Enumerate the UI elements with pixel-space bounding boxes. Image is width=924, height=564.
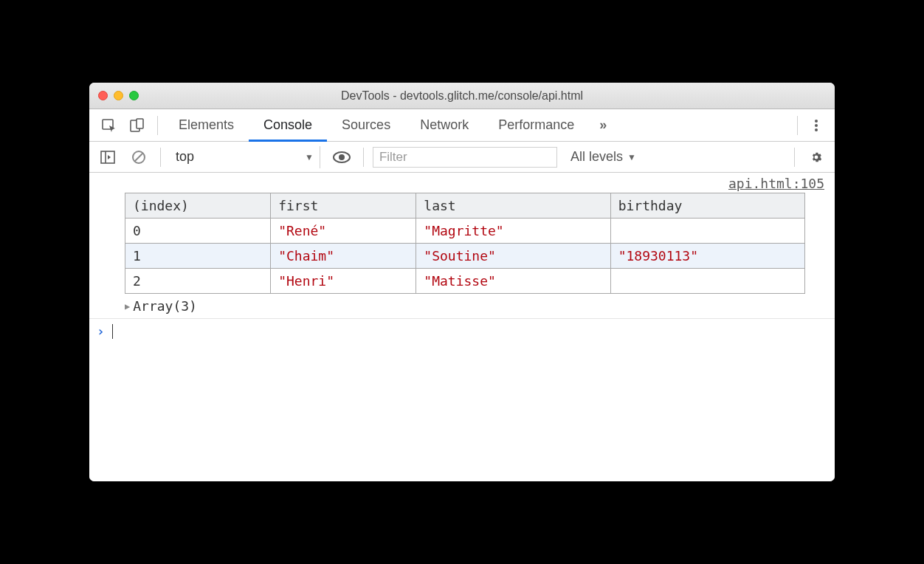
table-row[interactable]: 0 "René" "Magritte": [125, 219, 805, 244]
cell-last: "Magritte": [416, 219, 610, 244]
tab-label: Sources: [342, 117, 390, 133]
levels-label: All levels: [570, 149, 623, 165]
settings-menu-button[interactable]: [804, 117, 829, 134]
cell-first: "René": [271, 219, 416, 244]
table-row[interactable]: 1 "Chaim" "Soutine" "18930113": [125, 244, 805, 269]
cell-index: 2: [125, 269, 271, 294]
more-tabs-button[interactable]: »: [589, 117, 617, 133]
minimize-window-button[interactable]: [114, 91, 123, 100]
array-summary[interactable]: ▶ Array(3): [89, 294, 835, 319]
table-row[interactable]: 2 "Henri" "Matisse": [125, 269, 805, 294]
table-header[interactable]: first: [271, 193, 416, 219]
cell-index: 0: [125, 219, 271, 244]
tab-network[interactable]: Network: [405, 109, 483, 142]
expand-triangle-icon: ▶: [125, 301, 130, 312]
cell-first: "Henri": [271, 269, 416, 294]
console-table: (index) first last birthday 0 "René" "Ma…: [89, 193, 835, 294]
svg-point-11: [339, 154, 345, 160]
svg-point-5: [815, 128, 818, 131]
execution-context-select[interactable]: top ▼: [170, 146, 320, 168]
overflow-glyph: »: [599, 117, 607, 132]
caret-down-icon: ▼: [627, 152, 636, 162]
divider: [160, 148, 161, 167]
window-title: DevTools - devtools.glitch.me/console/ap…: [89, 89, 835, 103]
panel-tabs: Elements Console Sources Network Perform…: [164, 109, 791, 142]
devtools-tabbar: Elements Console Sources Network Perform…: [89, 109, 835, 142]
device-toolbar-icon[interactable]: [123, 112, 151, 139]
cell-last: "Soutine": [416, 244, 610, 269]
tab-label: Elements: [179, 117, 234, 133]
cell-index: 1: [125, 244, 271, 269]
table-header[interactable]: birthday: [610, 193, 804, 219]
filter-input[interactable]: [373, 147, 557, 168]
live-expression-icon[interactable]: [329, 145, 354, 170]
cell-first: "Chaim": [271, 244, 416, 269]
cell-last: "Matisse": [416, 269, 610, 294]
source-link[interactable]: api.html:105: [89, 173, 835, 193]
svg-point-3: [815, 120, 818, 123]
svg-line-9: [135, 153, 143, 161]
console-output: api.html:105 (index) first last birthday…: [89, 173, 835, 481]
tab-performance[interactable]: Performance: [483, 109, 589, 142]
array-label: Array(3): [133, 298, 197, 314]
prompt-chevron-icon: ›: [97, 323, 105, 339]
context-label: top: [176, 149, 194, 165]
divider: [157, 116, 158, 135]
cell-birthday: [610, 269, 804, 294]
divider: [363, 148, 364, 167]
close-window-button[interactable]: [98, 91, 108, 100]
tab-console[interactable]: Console: [249, 109, 327, 142]
tab-label: Performance: [498, 117, 574, 133]
zoom-window-button[interactable]: [129, 91, 139, 100]
console-prompt[interactable]: ›: [89, 319, 835, 343]
log-levels-select[interactable]: All levels ▼: [563, 149, 644, 165]
divider: [794, 148, 795, 167]
titlebar: DevTools - devtools.glitch.me/console/ap…: [89, 83, 835, 109]
table-header[interactable]: (index): [125, 193, 271, 219]
caret-down-icon: ▼: [305, 152, 314, 162]
divider: [797, 116, 798, 135]
cell-birthday: "18930113": [610, 244, 804, 269]
svg-rect-2: [137, 119, 143, 128]
inspect-element-icon[interactable]: [95, 112, 123, 139]
clear-console-icon[interactable]: [126, 145, 151, 170]
devtools-window: DevTools - devtools.glitch.me/console/ap…: [89, 83, 835, 481]
svg-point-4: [815, 124, 818, 127]
console-settings-icon[interactable]: [804, 145, 829, 170]
toggle-sidebar-icon[interactable]: [95, 145, 120, 170]
text-cursor: [112, 324, 113, 339]
tab-label: Network: [420, 117, 469, 133]
window-controls: [98, 91, 139, 100]
cell-birthday: [610, 219, 804, 244]
console-toolbar: top ▼ All levels ▼: [89, 142, 835, 173]
tab-elements[interactable]: Elements: [164, 109, 249, 142]
table-header[interactable]: last: [416, 193, 610, 219]
tab-sources[interactable]: Sources: [327, 109, 405, 142]
tab-label: Console: [263, 117, 312, 133]
